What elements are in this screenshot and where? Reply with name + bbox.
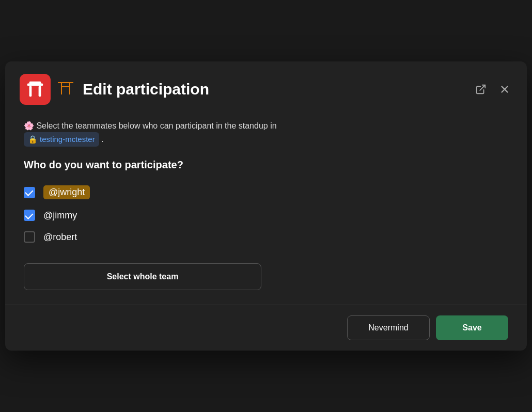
participant-name-robert: @robert [43,232,77,243]
save-button[interactable]: Save [436,315,508,340]
svg-rect-2 [29,86,32,97]
participant-name-jwright: @jwright [43,185,90,199]
header-actions [473,82,512,97]
select-whole-team-button[interactable]: Select whole team [24,263,261,290]
modal-overlay: ⛩ Edit participation [0,0,532,412]
participant-item: @robert [24,227,508,247]
lock-icon: 🔒 [28,133,38,146]
modal-footer: Nevermind Save [5,305,527,351]
external-link-button[interactable] [473,82,489,97]
section-title: Who do you want to participate? [24,159,508,171]
svg-line-4 [480,85,485,90]
modal-body: 🌸 Select the teammates below who can par… [5,115,527,305]
torii-icon: ⛩ [58,80,74,99]
close-button[interactable] [497,82,512,97]
app-icon-svg [25,80,45,99]
participant-name-jimmy: @jimmy [43,210,77,221]
participant-checkbox-robert[interactable] [24,231,35,243]
svg-rect-1 [29,82,41,84]
participant-item: @jwright [24,181,508,203]
description: 🌸 Select the teammates below who can par… [24,119,508,147]
modal: ⛩ Edit participation [5,61,527,351]
participant-list: @jwright @jimmy @robert [24,181,508,247]
description-prefix: 🌸 Select the teammates below who can par… [24,121,277,130]
channel-name: testing-mctester [40,133,95,146]
nevermind-button[interactable]: Nevermind [347,315,430,340]
description-suffix: . [101,135,103,144]
participant-checkbox-jimmy[interactable] [24,210,35,221]
modal-header: ⛩ Edit participation [5,61,527,115]
participant-item: @jimmy [24,205,508,225]
participant-checkbox-jwright[interactable] [24,187,35,198]
svg-rect-3 [39,86,41,97]
modal-title: Edit participation [83,81,466,98]
channel-link[interactable]: 🔒 testing-mctester [24,132,99,147]
app-icon [20,74,51,105]
